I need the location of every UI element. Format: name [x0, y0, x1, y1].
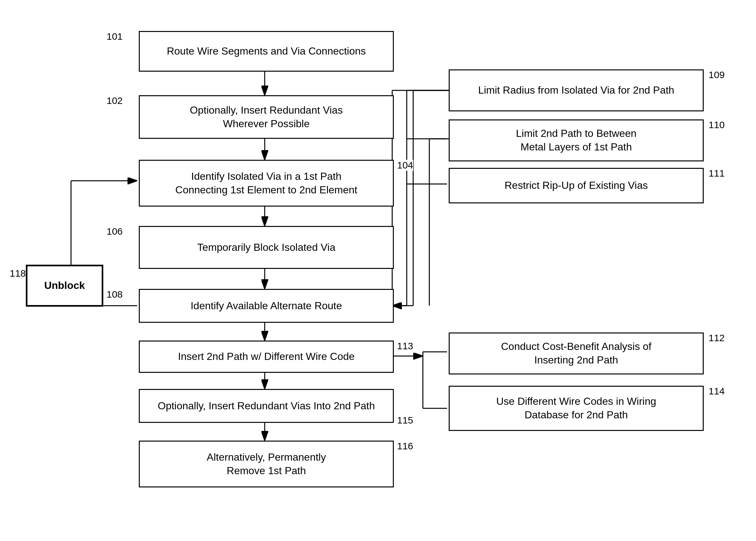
node-111: Restrict Rip-Up of Existing Vias [449, 168, 704, 203]
node-118: Unblock [26, 265, 103, 307]
node-115: Optionally, Insert Redundant Vias Into 2… [139, 389, 394, 423]
ref-104: 104 [397, 160, 413, 171]
ref-101: 101 [107, 31, 123, 42]
ref-118: 118 [10, 268, 26, 279]
ref-115: 115 [397, 415, 413, 426]
node-102: Optionally, Insert Redundant Vias Wherev… [139, 95, 394, 139]
ref-112: 112 [709, 332, 725, 343]
node-110: Limit 2nd Path to Between Metal Layers o… [449, 120, 704, 161]
node-114: Use Different Wire Codes in Wiring Datab… [449, 386, 704, 431]
node-109: Limit Radius from Isolated Via for 2nd P… [449, 69, 704, 111]
ref-109: 109 [709, 69, 725, 80]
node-106: Temporarily Block Isolated Via [139, 226, 394, 269]
node-112: Conduct Cost-Benefit Analysis of Inserti… [449, 332, 704, 374]
node-116: Alternatively, Permanently Remove 1st Pa… [139, 441, 394, 487]
ref-106: 106 [107, 226, 123, 237]
ref-111: 111 [709, 168, 725, 179]
ref-102: 102 [107, 95, 123, 106]
ref-110: 110 [709, 120, 725, 130]
ref-114: 114 [709, 386, 725, 397]
node-108: Identify Available Alternate Route [139, 289, 394, 323]
ref-116: 116 [397, 441, 413, 452]
node-104: Identify Isolated Via in a 1st Path Conn… [139, 160, 394, 207]
node-101: Route Wire Segments and Via Connections [139, 31, 394, 72]
flowchart-diagram: Route Wire Segments and Via Connections … [0, 0, 756, 541]
ref-113: 113 [397, 340, 413, 351]
node-113: Insert 2nd Path w/ Different Wire Code [139, 340, 394, 373]
ref-108: 108 [107, 289, 123, 300]
